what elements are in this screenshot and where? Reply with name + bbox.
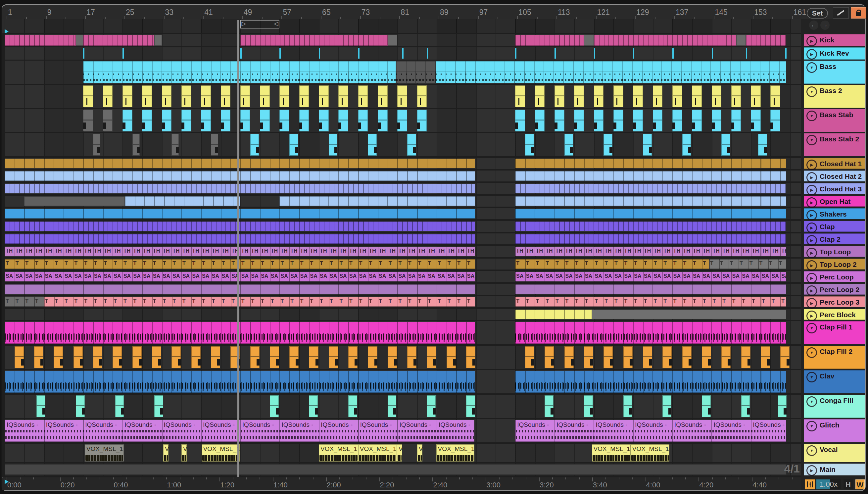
clip-bass-stab[interactable]	[240, 109, 250, 132]
clip-shakers[interactable]	[5, 209, 475, 218]
clip-bass-2[interactable]	[378, 85, 388, 108]
clip-vocal[interactable]: VOX_MSL_1	[201, 444, 240, 461]
clip-clap-fill-2[interactable]	[662, 346, 672, 369]
clip-bass-stab-2[interactable]	[643, 133, 652, 156]
lane-conga-fill[interactable]	[5, 395, 801, 418]
clip-clav[interactable]	[5, 371, 475, 393]
track-header-top-loop[interactable]: ▶Top Loop	[804, 246, 865, 257]
lane-closed-hat-1[interactable]	[5, 158, 801, 169]
clip-vocal[interactable]: VOX_MSL_1	[319, 444, 358, 461]
play-icon[interactable]: ▶	[806, 36, 817, 46]
clip-bass-2[interactable]	[83, 85, 93, 108]
clip-kick[interactable]	[76, 35, 83, 46]
clip-main[interactable]	[5, 464, 787, 475]
clip-clap-fill-2[interactable]	[250, 346, 259, 369]
fold-icon[interactable]: ▼	[806, 87, 817, 97]
clip-bass-stab[interactable]	[338, 109, 348, 132]
track-header-clap[interactable]: ▶Clap	[804, 221, 865, 232]
clip-kick-rev[interactable]	[672, 48, 674, 59]
clip-bass-stab[interactable]	[201, 109, 211, 132]
clip-kick[interactable]	[5, 35, 76, 46]
clip-kick-rev[interactable]	[555, 48, 556, 59]
clip-top-loop-2[interactable]: TTTTTTTTTTTTTTTTTTTTTTTTTTTTTTTTTTTTTTTT…	[5, 259, 475, 269]
loop-end-handle-icon[interactable]: ◁	[274, 20, 278, 27]
lane-shakers[interactable]	[5, 208, 801, 219]
clip-bass-2[interactable]	[535, 85, 545, 108]
clip-bass-2[interactable]	[358, 85, 368, 108]
clip-perc-loop-2[interactable]	[515, 284, 786, 294]
clip-conga-fill[interactable]	[348, 395, 357, 418]
clip-bass-stab[interactable]	[712, 109, 722, 132]
clip-kick[interactable]	[746, 35, 786, 46]
clip-bass-stab[interactable]	[279, 109, 289, 132]
clip-bass-stab-2[interactable]	[289, 133, 298, 156]
track-header-glitch[interactable]: ▼Glitch	[804, 419, 865, 442]
clip-clap-fill-2[interactable]	[427, 346, 436, 369]
clip-bass-2[interactable]	[319, 85, 329, 108]
clip-bass-2[interactable]	[181, 85, 191, 108]
clip-bass-2[interactable]	[221, 85, 231, 108]
clip-clap-fill-2[interactable]	[270, 346, 279, 369]
clip-kick-rev[interactable]	[402, 48, 404, 59]
clip-bass-2[interactable]	[515, 85, 525, 108]
clip-clap-fill-2[interactable]	[329, 346, 338, 369]
lane-bass-2[interactable]	[5, 85, 801, 108]
lane-closed-hat-2[interactable]	[5, 171, 801, 182]
clip-vocal[interactable]: V	[163, 444, 169, 461]
track-header-bass-stab-2[interactable]: ▼Bass Stab 2	[804, 133, 865, 156]
lane-clav[interactable]	[5, 370, 801, 393]
clip-shakers[interactable]	[515, 209, 786, 218]
track-header-vocal[interactable]: ▼Vocal	[804, 444, 865, 462]
clip-clap-fill-2[interactable]	[74, 346, 83, 369]
clip-bass-stab[interactable]	[515, 109, 525, 132]
lane-kick[interactable]	[5, 34, 801, 46]
loop-brace[interactable]: ▷ ◁	[240, 20, 280, 28]
clip-clap-fill-2[interactable]	[34, 346, 43, 369]
lane-open-hat[interactable]	[5, 196, 801, 207]
clip-bass-stab-2[interactable]	[603, 133, 613, 156]
clip-bass-stab-2[interactable]	[172, 133, 179, 156]
clip-clap-fill-2[interactable]	[721, 346, 731, 369]
clip-bass-2[interactable]	[240, 85, 250, 108]
clip-bass-stab-2[interactable]	[250, 133, 259, 156]
play-icon[interactable]: ▶	[806, 223, 817, 233]
track-header-bass-stab[interactable]: ▼Bass Stab	[804, 109, 865, 132]
clip-clap-fill-2[interactable]	[682, 346, 692, 369]
clip-glitch[interactable]: IQSounds - IQSounds - IQSounds - IQSound…	[515, 420, 786, 442]
clip-clap-fill-2[interactable]	[544, 346, 554, 369]
optimize-height-button[interactable]	[805, 479, 815, 489]
track-header-clap-fill-1[interactable]: ▼Clap Fill 1	[804, 321, 865, 344]
clip-conga-fill[interactable]	[115, 395, 124, 418]
clip-clap-fill-2[interactable]	[643, 346, 652, 369]
clip-bass-2[interactable]	[712, 85, 722, 108]
lane-bass[interactable]	[5, 61, 801, 84]
clip-vocal[interactable]: VOX_MSL_1	[85, 444, 124, 461]
lane-main[interactable]	[5, 463, 801, 475]
set-button[interactable]: Set	[807, 8, 828, 19]
clip-bass-stab[interactable]	[535, 109, 545, 132]
clip-bass-stab[interactable]	[142, 109, 152, 132]
clip-bass-2[interactable]	[142, 85, 152, 108]
track-header-perc-loop-2[interactable]: ▶Perc Loop 2	[804, 284, 865, 295]
clip-clap-fill-2[interactable]	[132, 346, 142, 369]
clip-conga-fill[interactable]	[584, 395, 593, 418]
clip-conga-fill[interactable]	[466, 395, 475, 418]
clip-conga-fill[interactable]	[36, 395, 45, 418]
fold-icon[interactable]: ▼	[806, 62, 817, 73]
track-header-perc-block[interactable]: ▶Perc Block	[804, 309, 865, 320]
clip-bass-2[interactable]	[770, 85, 780, 108]
clip-perc-loop-3[interactable]: TTTTTTTTTTTTTTTTTTTTTTTTTTTTTTTTTTTTTTTT…	[44, 297, 475, 307]
clip-clap-fill-2[interactable]	[348, 346, 358, 369]
clip-clap-fill-2[interactable]	[466, 346, 475, 369]
clip-bass-stab[interactable]	[555, 109, 564, 132]
clip-bass-stab[interactable]	[319, 109, 329, 132]
clip-clap-fill-2[interactable]	[93, 346, 102, 369]
clip-closed-hat-1[interactable]	[515, 158, 786, 168]
clip-clap-fill-2[interactable]	[761, 346, 770, 369]
clip-bass-2[interactable]	[555, 85, 564, 108]
clip-bass-stab[interactable]	[613, 109, 623, 132]
fold-icon[interactable]: ▼	[806, 347, 817, 358]
clip-kick[interactable]	[388, 35, 398, 46]
clip-kick-rev[interactable]	[633, 48, 634, 59]
clip-kick-rev[interactable]	[785, 48, 787, 59]
